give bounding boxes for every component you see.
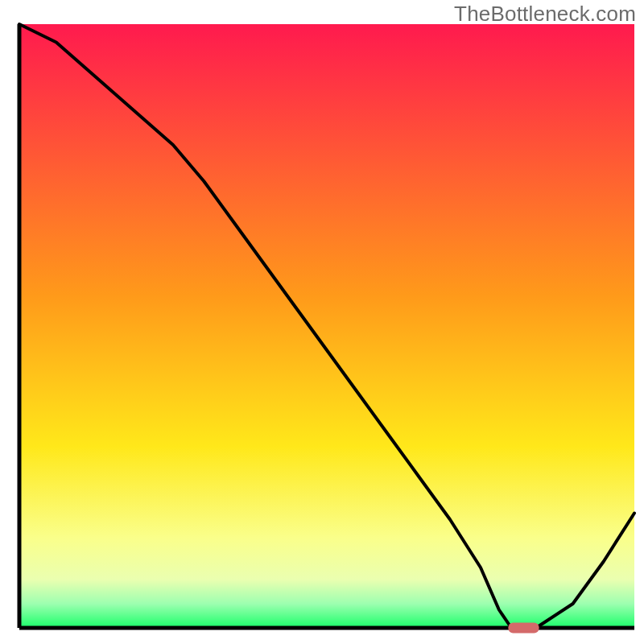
chart-frame: TheBottleneck.com <box>0 0 644 644</box>
watermark-text: TheBottleneck.com <box>454 2 636 27</box>
bottleneck-chart <box>0 0 644 644</box>
plot-area <box>19 24 634 634</box>
optimal-range-marker <box>508 623 539 634</box>
gradient-fill <box>19 24 634 628</box>
